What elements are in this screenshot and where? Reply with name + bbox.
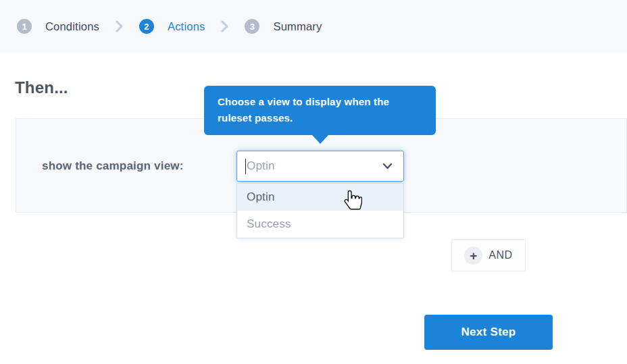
step-conditions[interactable]: 1 Conditions — [17, 19, 99, 34]
chevron-down-icon — [382, 163, 393, 170]
add-and-condition-button[interactable]: + AND — [451, 239, 526, 271]
next-step-button[interactable]: Next Step — [424, 315, 553, 350]
chevron-right-icon — [116, 20, 123, 32]
tooltip-arrow — [312, 135, 328, 144]
step-label: Summary — [273, 20, 322, 33]
tooltip-text: Choose a view to display when the rulese… — [218, 94, 405, 126]
dropdown-option-success[interactable]: Success — [237, 211, 403, 238]
dropdown-option-optin[interactable]: Optin — [237, 184, 403, 211]
plus-icon: + — [464, 246, 482, 265]
campaign-view-label: show the campaign view: — [42, 159, 184, 173]
select-value: Optin — [247, 159, 275, 173]
tooltip: Choose a view to display when the rulese… — [204, 86, 436, 135]
text-caret — [245, 159, 246, 174]
campaign-view-select[interactable]: Optin — [236, 151, 404, 182]
hand-cursor-icon — [344, 189, 362, 213]
and-button-label: AND — [488, 249, 512, 261]
step-summary[interactable]: 3 Summary — [245, 19, 322, 34]
step-number-badge: 2 — [139, 19, 154, 34]
wizard-stepper: 1 Conditions 2 Actions 3 Summary — [0, 0, 627, 53]
step-label: Conditions — [45, 20, 99, 33]
step-number-badge: 1 — [17, 19, 32, 34]
step-number-badge: 3 — [245, 19, 259, 34]
step-actions[interactable]: 2 Actions — [139, 19, 205, 34]
step-label: Actions — [168, 20, 205, 33]
select-dropdown-menu: Optin Success — [236, 183, 404, 238]
page-title: Then... — [15, 78, 68, 97]
chevron-right-icon — [221, 20, 228, 32]
wizard-screen: 1 Conditions 2 Actions 3 Summary Then...… — [0, 0, 627, 364]
